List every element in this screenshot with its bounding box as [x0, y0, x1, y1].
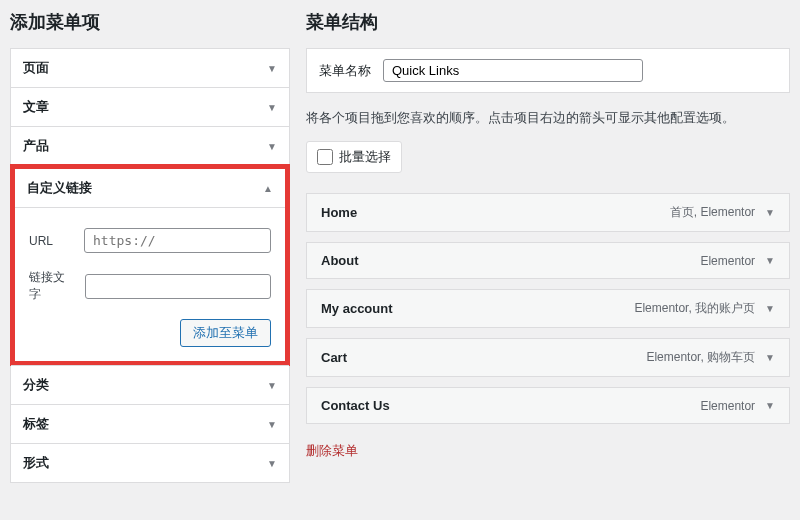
panel-products[interactable]: 产品 ▼ [11, 126, 289, 165]
chevron-down-icon: ▼ [267, 102, 277, 113]
menu-item-meta: Elementor [700, 399, 755, 413]
highlighted-panel: 自定义链接 ▲ URL 链接文字 添加至菜单 [10, 164, 290, 366]
custom-links-body: URL 链接文字 添加至菜单 [15, 207, 285, 361]
chevron-down-icon[interactable]: ▼ [765, 352, 775, 363]
menu-item-home[interactable]: Home 首页, Elementor ▼ [306, 193, 790, 232]
add-menu-items-heading: 添加菜单项 [10, 10, 290, 34]
panel-formats[interactable]: 形式 ▼ [11, 443, 289, 482]
panel-pages[interactable]: 页面 ▼ [11, 49, 289, 87]
menu-item-about[interactable]: About Elementor ▼ [306, 242, 790, 279]
bulk-select-label: 批量选择 [339, 148, 391, 166]
panel-tags-label: 标签 [23, 415, 49, 433]
panel-formats-label: 形式 [23, 454, 49, 472]
link-text-input[interactable] [85, 274, 271, 299]
menu-name-label: 菜单名称 [319, 62, 371, 80]
chevron-down-icon[interactable]: ▼ [765, 400, 775, 411]
panel-categories-label: 分类 [23, 376, 49, 394]
chevron-down-icon[interactable]: ▼ [765, 207, 775, 218]
panel-posts[interactable]: 文章 ▼ [11, 87, 289, 126]
accordion-container: 页面 ▼ 文章 ▼ 产品 ▼ 自定义链接 ▲ URL [10, 48, 290, 483]
panel-posts-label: 文章 [23, 98, 49, 116]
url-input[interactable] [84, 228, 271, 253]
panel-categories[interactable]: 分类 ▼ [11, 365, 289, 404]
menu-item-cart[interactable]: Cart Elementor, 购物车页 ▼ [306, 338, 790, 377]
menu-item-name: Home [321, 205, 357, 220]
bulk-select-checkbox[interactable] [317, 149, 333, 165]
chevron-down-icon: ▼ [267, 419, 277, 430]
chevron-down-icon: ▼ [267, 380, 277, 391]
menu-structure-heading: 菜单结构 [306, 10, 790, 34]
chevron-down-icon[interactable]: ▼ [765, 255, 775, 266]
chevron-down-icon: ▼ [267, 458, 277, 469]
menu-item-name: Contact Us [321, 398, 390, 413]
menu-item-name: Cart [321, 350, 347, 365]
menu-item-meta: Elementor, 我的账户页 [634, 300, 755, 317]
chevron-down-icon: ▼ [267, 141, 277, 152]
menu-item-meta: Elementor [700, 254, 755, 268]
menu-item-meta: Elementor, 购物车页 [646, 349, 755, 366]
menu-items-list: Home 首页, Elementor ▼ About Elementor ▼ M… [306, 193, 790, 424]
panel-products-label: 产品 [23, 137, 49, 155]
panel-custom-links[interactable]: 自定义链接 ▲ [15, 169, 285, 207]
menu-item-name: About [321, 253, 359, 268]
chevron-down-icon: ▼ [267, 63, 277, 74]
menu-name-input[interactable] [383, 59, 643, 82]
menu-name-row: 菜单名称 [306, 48, 790, 93]
delete-menu-link[interactable]: 删除菜单 [306, 442, 358, 460]
add-to-menu-button[interactable]: 添加至菜单 [180, 319, 271, 347]
menu-item-my-account[interactable]: My account Elementor, 我的账户页 ▼ [306, 289, 790, 328]
menu-item-name: My account [321, 301, 393, 316]
url-label: URL [29, 234, 74, 248]
link-text-label: 链接文字 [29, 269, 75, 303]
drag-instruction: 将各个项目拖到您喜欢的顺序。点击项目右边的箭头可显示其他配置选项。 [306, 109, 790, 127]
bulk-select-row[interactable]: 批量选择 [306, 141, 402, 173]
chevron-down-icon[interactable]: ▼ [765, 303, 775, 314]
panel-pages-label: 页面 [23, 59, 49, 77]
panel-custom-links-label: 自定义链接 [27, 179, 92, 197]
chevron-up-icon: ▲ [263, 183, 273, 194]
menu-item-contact-us[interactable]: Contact Us Elementor ▼ [306, 387, 790, 424]
menu-item-meta: 首页, Elementor [670, 204, 755, 221]
panel-tags[interactable]: 标签 ▼ [11, 404, 289, 443]
